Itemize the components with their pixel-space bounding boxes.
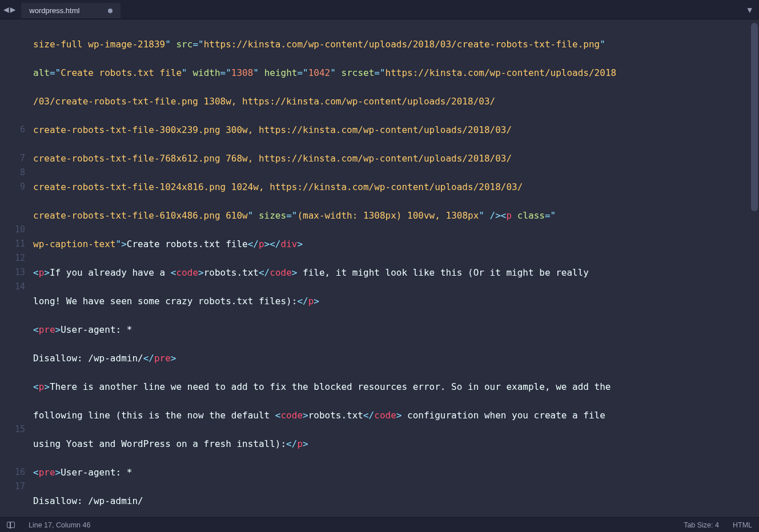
dirty-indicator-icon	[108, 9, 113, 13]
editor-window: ◀ ▶ wordpress.html ▼ 6789101112131415161…	[0, 0, 759, 532]
code-area[interactable]: size-full wp-image-21839" src="https://k…	[31, 19, 759, 517]
nav-forward-icon[interactable]: ▶	[10, 4, 16, 15]
cursor-position[interactable]: Line 17, Column 46	[29, 521, 90, 529]
scroll-thumb[interactable]	[751, 23, 758, 211]
nav-back-icon[interactable]: ◀	[3, 4, 9, 15]
titlebar: ◀ ▶ wordpress.html ▼	[0, 0, 759, 19]
syntax-mode[interactable]: HTML	[733, 521, 752, 529]
line-gutter: 67891011121314151617	[0, 19, 31, 517]
file-tab[interactable]: wordpress.html	[21, 3, 121, 18]
vertical-scrollbar[interactable]	[751, 23, 758, 514]
panel-icon[interactable]	[7, 522, 15, 528]
statusbar: Line 17, Column 46 Tab Size: 4 HTML	[0, 517, 759, 532]
code-editor[interactable]: 67891011121314151617 size-full wp-image-…	[0, 19, 759, 517]
tab-size[interactable]: Tab Size: 4	[684, 521, 719, 529]
tab-menu-icon[interactable]: ▼	[748, 5, 752, 14]
tab-filename: wordpress.html	[29, 6, 79, 15]
